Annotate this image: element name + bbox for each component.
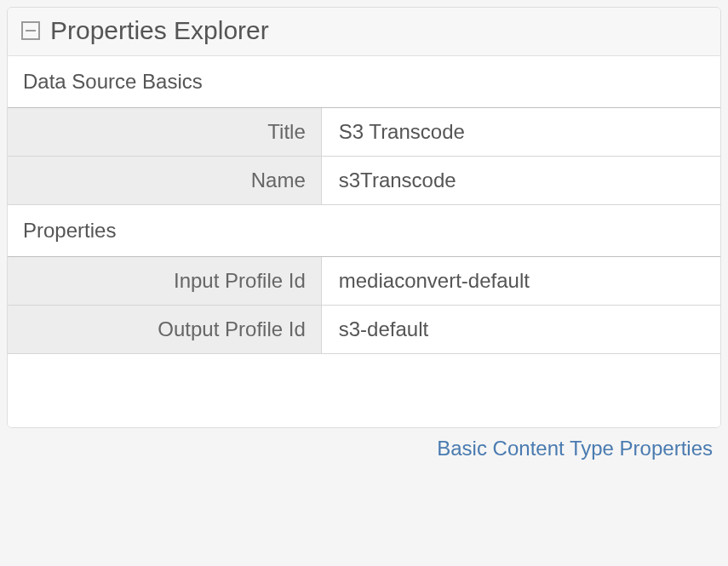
properties-table: Input Profile Id mediaconvert-default Ou… bbox=[8, 257, 720, 354]
label-name: Name bbox=[8, 157, 321, 205]
panel-footer-space bbox=[8, 354, 720, 427]
value-input-profile-id[interactable]: mediaconvert-default bbox=[321, 257, 720, 306]
table-row: Input Profile Id mediaconvert-default bbox=[8, 257, 720, 306]
footer-link-basic-content-type[interactable]: Basic Content Type Properties bbox=[437, 437, 713, 460]
basics-table: Title S3 Transcode Name s3Transcode bbox=[8, 108, 720, 205]
label-output-profile-id: Output Profile Id bbox=[8, 306, 321, 354]
table-row: Title S3 Transcode bbox=[8, 108, 720, 157]
value-output-profile-id[interactable]: s3-default bbox=[321, 306, 720, 354]
value-name[interactable]: s3Transcode bbox=[321, 157, 720, 205]
panel-title: Properties Explorer bbox=[50, 16, 269, 45]
panel-header[interactable]: Properties Explorer bbox=[8, 8, 720, 56]
table-row: Output Profile Id s3-default bbox=[8, 306, 720, 354]
footer-link-wrap: Basic Content Type Properties bbox=[7, 428, 721, 460]
collapse-icon[interactable] bbox=[21, 21, 40, 40]
label-title: Title bbox=[8, 108, 321, 157]
value-title[interactable]: S3 Transcode bbox=[321, 108, 720, 157]
properties-explorer-panel: Properties Explorer Data Source Basics T… bbox=[7, 7, 721, 428]
section-heading-properties: Properties bbox=[8, 205, 720, 257]
section-heading-basics: Data Source Basics bbox=[8, 56, 720, 108]
label-input-profile-id: Input Profile Id bbox=[8, 257, 321, 306]
table-row: Name s3Transcode bbox=[8, 157, 720, 205]
